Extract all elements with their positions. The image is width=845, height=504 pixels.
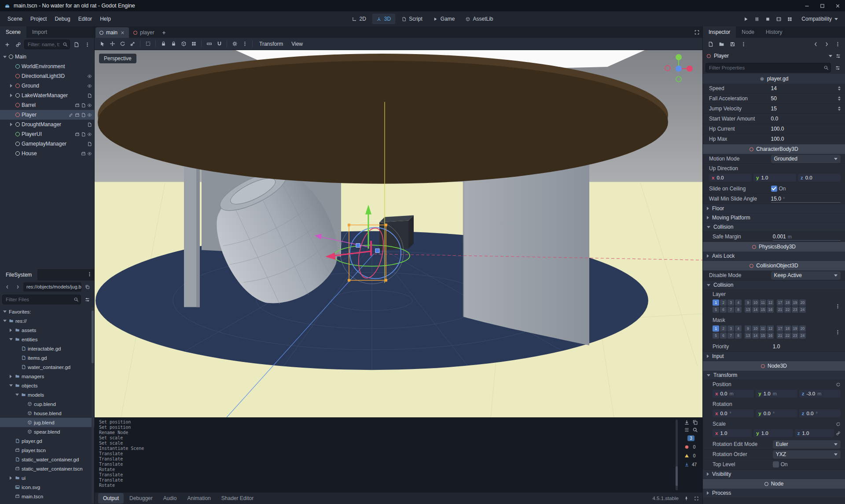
- group-moving-platform[interactable]: Moving Platform: [703, 213, 845, 223]
- layer-cell[interactable]: 15: [760, 307, 766, 313]
- sort-files-button[interactable]: [82, 295, 92, 304]
- script-icon[interactable]: [87, 142, 92, 146]
- fs-file-static-water-container-tscn[interactable]: static_water_container.tscn: [0, 464, 94, 473]
- expand-arrow-icon[interactable]: [9, 123, 14, 126]
- scene-node-house[interactable]: House: [0, 149, 94, 158]
- move-tool-button[interactable]: [107, 39, 117, 49]
- edited-node-row[interactable]: Player: [703, 50, 845, 62]
- tab-audio[interactable]: Audio: [158, 493, 182, 504]
- scene-node-gameplaymanager[interactable]: GameplayManager: [0, 139, 94, 149]
- fs-file-water-container-gd[interactable]: water_container.gd: [0, 362, 94, 372]
- tab-main-scene[interactable]: main: [96, 27, 129, 38]
- checkbox-unchecked[interactable]: [773, 461, 779, 467]
- layer-cell[interactable]: 7: [727, 307, 734, 313]
- layer-cell[interactable]: 10: [752, 299, 759, 306]
- scene-instance-icon[interactable]: [75, 113, 80, 117]
- scene-node-barrel[interactable]: Barrel: [0, 100, 94, 110]
- slider-field[interactable]: 0.001m: [773, 233, 841, 241]
- mask-cell[interactable]: 18: [784, 325, 791, 332]
- layer-cell[interactable]: 6: [720, 307, 727, 313]
- script-icon[interactable]: [81, 132, 86, 137]
- tab-inspector[interactable]: Inspector: [703, 26, 736, 38]
- fs-file-main-tscn[interactable]: main.tscn: [0, 492, 94, 501]
- fs-res-root[interactable]: res://: [0, 316, 94, 325]
- layer-cell[interactable]: 16: [767, 307, 774, 313]
- scene-node-directionallight3d[interactable]: DirectionalLight3D: [0, 71, 94, 81]
- x-field[interactable]: x0.0m: [713, 390, 754, 398]
- y-field[interactable]: y0.0°: [756, 409, 797, 417]
- mask-cell[interactable]: 4: [735, 325, 742, 332]
- group-node-button[interactable]: [179, 39, 188, 49]
- mask-cell[interactable]: 19: [792, 325, 798, 332]
- tab-animation[interactable]: Animation: [182, 493, 215, 504]
- mask-cell[interactable]: 12: [767, 325, 774, 332]
- mask-cell[interactable]: 20: [799, 325, 806, 332]
- save-resource-button[interactable]: [727, 39, 737, 49]
- layer-cell[interactable]: 8: [735, 307, 742, 313]
- mask-cell[interactable]: 7: [727, 332, 734, 339]
- clear-log-icon[interactable]: [684, 427, 690, 433]
- output-scrollbar-thumb[interactable]: [676, 466, 678, 486]
- lock-node-button[interactable]: [158, 39, 168, 49]
- workspace-game[interactable]: Game: [429, 14, 459, 24]
- mask-cell[interactable]: 5: [713, 332, 719, 339]
- attach-script-button[interactable]: [71, 40, 81, 49]
- tab-scene[interactable]: Scene: [0, 26, 26, 38]
- group-collision-object[interactable]: Collision: [703, 281, 845, 290]
- nav-forward-button[interactable]: [13, 282, 22, 292]
- spinner-icon[interactable]: [838, 96, 841, 101]
- z-field[interactable]: z1.0: [795, 429, 834, 437]
- layer-cell[interactable]: 2: [720, 299, 727, 306]
- fs-file-spear-blend[interactable]: spear.blend: [0, 427, 94, 436]
- scroll-to-end-icon[interactable]: [684, 420, 690, 425]
- y-field[interactable]: y1.0: [753, 174, 796, 182]
- scene-instance-icon[interactable]: [75, 103, 80, 108]
- history-forward-button[interactable]: [822, 39, 831, 49]
- messages-badge[interactable]: 3: [687, 435, 694, 442]
- scene-node-main[interactable]: Main: [0, 52, 94, 62]
- mask-cell[interactable]: 22: [784, 332, 791, 339]
- workspace-3d[interactable]: 3D: [372, 14, 395, 24]
- mask-cell[interactable]: 6: [720, 332, 727, 339]
- scene-node-playerui[interactable]: PlayerUI: [0, 129, 94, 139]
- split-view-button[interactable]: [82, 282, 92, 292]
- expand-arrow-icon[interactable]: [9, 84, 14, 88]
- tab-player-scene[interactable]: player: [129, 27, 158, 38]
- frames-badge[interactable]: 47: [684, 461, 698, 468]
- instance-scene-button[interactable]: [13, 40, 23, 49]
- mask-cell[interactable]: 15: [760, 332, 766, 339]
- camera-preview-button[interactable]: [230, 39, 239, 49]
- play-custom-scene-icon[interactable]: [787, 16, 793, 22]
- layer-cell[interactable]: 3: [727, 299, 734, 306]
- script-icon[interactable]: [87, 93, 92, 98]
- tab-import[interactable]: Import: [26, 26, 53, 38]
- layer-cell[interactable]: 12: [767, 299, 774, 306]
- fs-folder-models[interactable]: models: [0, 390, 94, 399]
- revert-icon[interactable]: [836, 382, 841, 387]
- transform-menu[interactable]: Transform: [255, 39, 287, 49]
- motion-mode-dropdown[interactable]: Grounded: [771, 155, 841, 163]
- snap-toggle-button[interactable]: [214, 39, 224, 49]
- eye-icon[interactable]: [87, 113, 92, 117]
- fs-folder-ui[interactable]: ui: [0, 473, 94, 482]
- workspace-assetlib[interactable]: AssetLib: [461, 14, 498, 24]
- slider-field[interactable]: 15.0°: [771, 195, 841, 203]
- ruler-tool-button[interactable]: [204, 39, 214, 49]
- eye-icon[interactable]: [87, 74, 92, 79]
- tab-history[interactable]: History: [760, 26, 788, 38]
- viewport-options-button[interactable]: [240, 39, 250, 49]
- group-input[interactable]: Input: [703, 352, 845, 361]
- mask-cell[interactable]: 1: [713, 325, 719, 332]
- fs-file-player-gd[interactable]: player.gd: [0, 436, 94, 446]
- spinner-icon[interactable]: [838, 86, 841, 91]
- search-log-icon[interactable]: [692, 427, 698, 433]
- collapse-arrow-icon[interactable]: [8, 338, 13, 340]
- mask-cell[interactable]: 16: [767, 332, 774, 339]
- collapse-arrow-icon[interactable]: [2, 56, 7, 58]
- filesystem-options-button[interactable]: [84, 269, 94, 279]
- scene-node-lakewatermanager[interactable]: LakeWaterManager: [0, 91, 94, 100]
- menu-scene[interactable]: Scene: [4, 14, 26, 24]
- fs-file-items-gd[interactable]: items.gd: [0, 353, 94, 362]
- revert-icon[interactable]: [836, 422, 841, 427]
- layer-cell[interactable]: 5: [713, 307, 719, 313]
